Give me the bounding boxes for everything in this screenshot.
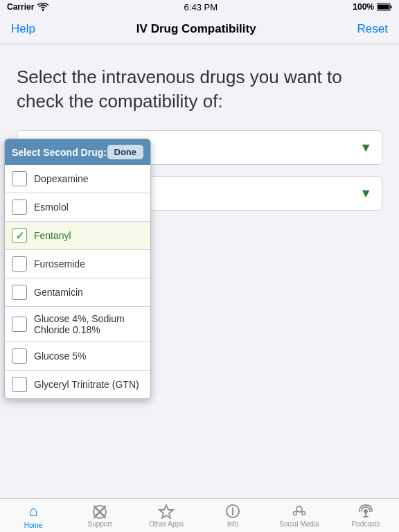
tab-item-other-apps[interactable]: Other Apps	[133, 499, 200, 532]
checkbox-1	[12, 200, 27, 215]
tab-item-home[interactable]: ⌂ Home	[0, 499, 66, 532]
drug-row-2-arrow: ▼	[360, 186, 372, 201]
tab-label-support: Support	[87, 520, 112, 528]
item-label-2: Fentanyl	[34, 230, 71, 241]
other-apps-icon	[158, 504, 175, 519]
dropdown-item-5[interactable]: Glucose 4%, Sodium Chloride 0.18%	[5, 307, 150, 342]
tab-label-info: Info	[227, 520, 239, 528]
item-label-5: Glucose 4%, Sodium Chloride 0.18%	[34, 313, 143, 335]
dropdown-item-6[interactable]: Glucose 5%	[5, 342, 150, 371]
checkbox-6	[12, 348, 27, 364]
item-label-1: Esmolol	[34, 202, 69, 213]
status-left: Carrier	[7, 2, 48, 12]
checkbox-5	[12, 317, 27, 332]
dropdown-list[interactable]: DopexamineEsmolol✓FentanylFurosemideGent…	[5, 165, 150, 398]
checkbox-3	[12, 256, 27, 272]
tab-item-podcasts[interactable]: Podcasts	[332, 499, 399, 532]
tab-label-social-media: Social Media	[279, 520, 319, 528]
svg-rect-1	[390, 6, 391, 8]
dropdown-popup: Select Second Drug: Done DopexamineEsmol…	[4, 139, 151, 399]
checkbox-2: ✓	[12, 228, 27, 243]
dropdown-item-0[interactable]: Dopexamine	[5, 165, 150, 193]
wifi-icon	[37, 3, 48, 11]
tab-bar: ⌂ Home Support Other Apps Info	[0, 498, 399, 532]
checkbox-4	[12, 285, 27, 300]
dropdown-header: Select Second Drug: Done	[5, 139, 150, 165]
dropdown-item-3[interactable]: Furosemide	[5, 250, 150, 278]
item-label-6: Glucose 5%	[34, 351, 86, 362]
time-label: 6:43 PM	[184, 2, 218, 12]
tab-label-podcasts: Podcasts	[351, 520, 380, 528]
podcasts-icon	[357, 504, 374, 519]
svg-point-12	[302, 511, 305, 515]
support-icon	[91, 504, 108, 519]
svg-point-9	[232, 507, 233, 508]
item-label-4: Gentamicin	[34, 287, 83, 298]
item-label-0: Dopexamine	[34, 173, 89, 184]
reset-button[interactable]: Reset	[357, 22, 388, 36]
tab-item-support[interactable]: Support	[66, 499, 133, 532]
battery-icon	[377, 3, 392, 11]
dropdown-item-4[interactable]: Gentamicin	[5, 278, 150, 307]
nav-bar-title: IV Drug Compatibility	[136, 22, 256, 36]
dropdown-header-title: Select Second Drug:	[12, 147, 107, 158]
dropdown-item-2[interactable]: ✓Fentanyl	[5, 222, 150, 250]
info-icon	[224, 504, 241, 519]
dropdown-item-7[interactable]: Glyceryl Trinitrate (GTN)	[5, 371, 150, 398]
tab-item-social-media[interactable]: Social Media	[266, 499, 332, 532]
social-media-icon	[291, 504, 308, 519]
checkbox-7	[12, 377, 27, 392]
dropdown-item-1[interactable]: Esmolol	[5, 193, 150, 222]
instruction-text: Select the intravenous drugs you want to…	[17, 65, 382, 114]
tab-label-home: Home	[24, 522, 43, 529]
item-label-7: Glyceryl Trinitrate (GTN)	[34, 379, 139, 390]
nav-bar: Help IV Drug Compatibility Reset	[0, 14, 399, 44]
carrier-label: Carrier	[7, 2, 34, 12]
checkbox-0	[12, 171, 27, 186]
item-label-3: Furosemide	[34, 258, 85, 269]
battery-label: 100%	[353, 2, 374, 12]
drug-row-1-arrow: ▼	[360, 141, 372, 155]
svg-marker-6	[159, 505, 173, 518]
status-bar: Carrier 6:43 PM 100%	[0, 0, 399, 14]
home-icon: ⌂	[28, 502, 37, 520]
tab-item-info[interactable]: Info	[200, 499, 266, 532]
done-button[interactable]: Done	[107, 145, 144, 159]
status-right: 100%	[353, 2, 392, 12]
help-button[interactable]: Help	[11, 22, 35, 36]
tab-label-other-apps: Other Apps	[149, 520, 184, 528]
svg-rect-2	[378, 5, 389, 10]
